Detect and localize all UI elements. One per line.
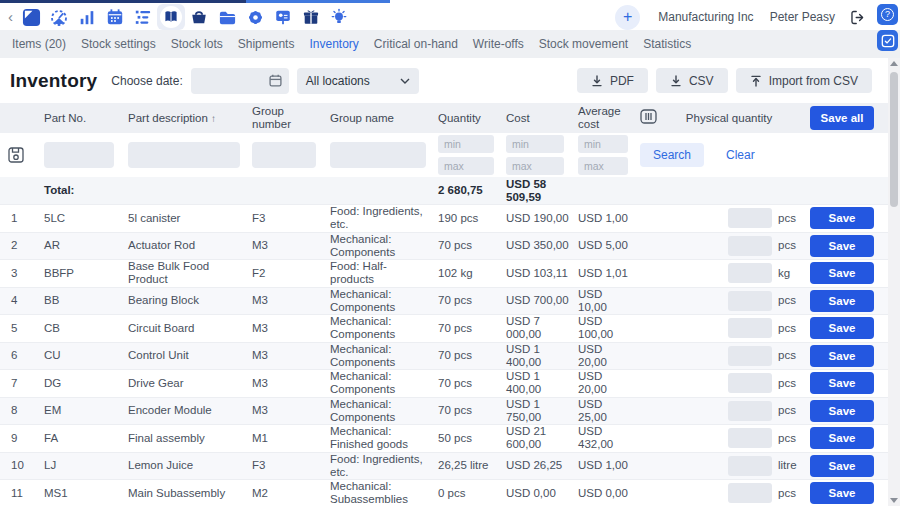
quantity-cell: 70 pcs: [430, 239, 498, 252]
date-input[interactable]: [198, 74, 269, 88]
nav-tab[interactable]: Stock lots: [171, 37, 223, 51]
settings-gear-icon[interactable]: [241, 5, 269, 29]
header-average-cost[interactable]: Average cost: [570, 105, 632, 131]
group-name-filter-input[interactable]: [330, 142, 426, 168]
save-button[interactable]: Save: [810, 400, 874, 422]
group-name-cell: Food: Ingredients, etc.: [322, 205, 430, 231]
save-button[interactable]: Save: [810, 290, 874, 312]
nav-tab[interactable]: Statistics: [643, 37, 691, 51]
group-name-cell: Mechanical: Finished goods: [322, 425, 430, 451]
part-description-filter-input[interactable]: [128, 142, 240, 168]
cost-max-input[interactable]: [506, 157, 564, 175]
header-part-description[interactable]: Part description↑: [120, 112, 244, 125]
vertical-scrollbar[interactable]: [888, 58, 900, 506]
header-part-no[interactable]: Part No.: [36, 112, 120, 125]
planning-gantt-icon[interactable]: [129, 5, 157, 29]
dashboard-gauge-icon[interactable]: [45, 5, 73, 29]
stock-book-icon[interactable]: [157, 4, 185, 30]
statistics-bars-icon[interactable]: [73, 5, 101, 29]
feedback-button[interactable]: [877, 30, 898, 51]
group-number-filter-input[interactable]: [252, 142, 316, 168]
part-description-cell: Control Unit: [120, 349, 244, 362]
import-csv-button[interactable]: Import from CSV: [736, 68, 872, 93]
save-filter-icon[interactable]: [0, 147, 36, 164]
procurement-basket-icon[interactable]: [185, 5, 213, 29]
save-button[interactable]: Save: [810, 455, 874, 477]
nav-tab[interactable]: Stock movement: [539, 37, 628, 51]
quantity-max-input[interactable]: [438, 157, 494, 175]
scrollbar-track[interactable]: [888, 66, 900, 498]
row-number: 11: [0, 487, 36, 500]
company-name[interactable]: Manufacturing Inc: [658, 10, 753, 24]
header-group-number[interactable]: Group number: [244, 105, 322, 131]
nav-tab[interactable]: Stock settings: [81, 37, 156, 51]
nav-tab[interactable]: Items (20): [12, 37, 66, 51]
save-button[interactable]: Save: [810, 235, 874, 257]
quantity-min-input[interactable]: [438, 135, 494, 153]
header-group-name[interactable]: Group name: [322, 112, 430, 125]
physical-quantity-input[interactable]: [728, 456, 772, 476]
scrollbar-thumb[interactable]: [890, 72, 898, 207]
save-button[interactable]: Save: [810, 372, 874, 394]
average-cost-max-input[interactable]: [578, 157, 628, 175]
part-no-cell: 5LC: [36, 212, 120, 225]
search-button[interactable]: Search: [640, 143, 704, 167]
help-button[interactable]: ?: [877, 4, 898, 25]
column-settings-icon[interactable]: [632, 109, 672, 127]
physical-quantity-input[interactable]: [728, 483, 772, 503]
header-quantity[interactable]: Quantity: [430, 112, 498, 125]
sort-asc-icon: ↑: [211, 113, 216, 124]
logo-icon[interactable]: [17, 5, 45, 29]
add-button[interactable]: +: [615, 5, 640, 30]
physical-quantity-input[interactable]: [728, 208, 772, 228]
nav-tab[interactable]: Write-offs: [473, 37, 524, 51]
physical-quantity-input[interactable]: [728, 236, 772, 256]
physical-quantity-input[interactable]: [728, 263, 772, 283]
back-chevron-icon[interactable]: ‹: [8, 8, 13, 25]
physical-quantity-input[interactable]: [728, 291, 772, 311]
physical-quantity-input[interactable]: [728, 401, 772, 421]
nav-tab[interactable]: Critical on-hand: [374, 37, 458, 51]
physical-quantity-input[interactable]: [728, 346, 772, 366]
group-number-cell: M3: [244, 294, 322, 307]
average-cost-cell: USD 1,00: [570, 212, 632, 225]
rewards-gift-icon[interactable]: [297, 5, 325, 29]
group-number-cell: M3: [244, 239, 322, 252]
part-no-filter-input[interactable]: [44, 142, 114, 168]
physical-quantity-input[interactable]: [728, 318, 772, 338]
header-cost[interactable]: Cost: [498, 112, 570, 125]
clear-link[interactable]: Clear: [726, 148, 755, 162]
cost-cell: USD 103,11: [498, 267, 570, 280]
save-button[interactable]: Save: [810, 345, 874, 367]
row-number: 2: [0, 239, 36, 252]
user-name[interactable]: Peter Peasy: [770, 10, 835, 24]
pdf-button[interactable]: PDF: [577, 68, 648, 93]
csv-button[interactable]: CSV: [656, 68, 728, 93]
check-icon: [881, 34, 895, 48]
logout-icon[interactable]: [849, 9, 866, 26]
documents-folder-icon[interactable]: [213, 5, 241, 29]
nav-tab[interactable]: Shipments: [238, 37, 295, 51]
nav-tab[interactable]: Inventory: [309, 37, 358, 51]
group-name-cell: Food: Ingredients, etc.: [322, 453, 430, 479]
scroll-down-arrow[interactable]: [890, 498, 898, 503]
save-button[interactable]: Save: [810, 482, 874, 504]
save-button[interactable]: Save: [810, 207, 874, 229]
physical-quantity-input[interactable]: [728, 428, 772, 448]
group-number-cell: F3: [244, 212, 322, 225]
physical-quantity-input[interactable]: [728, 373, 772, 393]
ideas-bulb-icon[interactable]: [325, 5, 353, 29]
average-cost-cell: USD 10,00: [570, 288, 632, 314]
save-button[interactable]: Save: [810, 427, 874, 449]
table-row: 8 EM Encoder Module M3 Mechanical: Compo…: [0, 397, 888, 425]
save-button[interactable]: Save: [810, 317, 874, 339]
presentation-board-icon[interactable]: [269, 5, 297, 29]
save-all-button[interactable]: Save all: [810, 106, 874, 130]
average-cost-min-input[interactable]: [578, 135, 628, 153]
locations-select[interactable]: All locations: [297, 68, 419, 94]
cost-cell: USD 190,00: [498, 212, 570, 225]
calendar-icon[interactable]: [101, 5, 129, 29]
cost-cell: USD 26,25: [498, 459, 570, 472]
save-button[interactable]: Save: [810, 262, 874, 284]
cost-min-input[interactable]: [506, 135, 564, 153]
